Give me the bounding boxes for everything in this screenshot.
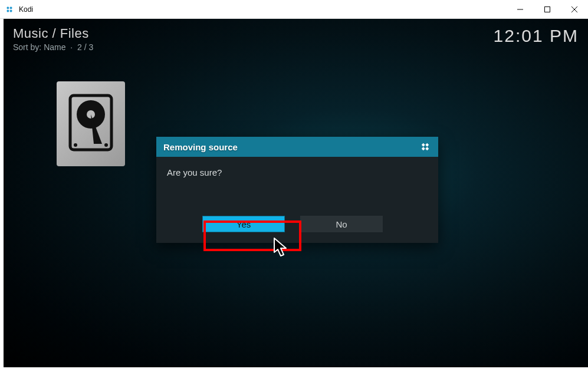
sort-separator: ·: [68, 42, 77, 52]
window-title: Kodi: [19, 5, 507, 14]
source-thumbnail: [57, 81, 125, 166]
dialog-header: Removing source: [156, 137, 438, 157]
dialog-button-row: Yes No: [156, 216, 438, 243]
harddrive-icon: [68, 93, 114, 154]
page-header: Music / Files Sort by: Name · 2 / 3: [13, 26, 93, 52]
kodi-app-icon: [5, 5, 14, 14]
dialog-message: Are you sure?: [167, 167, 428, 177]
item-count: 2 / 3: [77, 42, 93, 52]
sort-info: Sort by: Name · 2 / 3: [13, 42, 93, 52]
svg-rect-2: [9, 9, 12, 12]
sort-prefix: Sort by:: [13, 42, 44, 52]
maximize-button[interactable]: [534, 0, 561, 19]
close-button[interactable]: [561, 0, 588, 19]
dialog-title: Removing source: [163, 142, 238, 152]
svg-rect-0: [6, 6, 9, 9]
confirm-dialog: Removing source Are you sure? Yes No: [156, 137, 438, 243]
kodi-logo-icon: [419, 141, 431, 153]
sort-value: Name: [44, 42, 65, 52]
window-titlebar: Kodi: [0, 0, 588, 19]
svg-rect-16: [425, 147, 429, 150]
svg-point-13: [104, 143, 108, 147]
minimize-button[interactable]: [507, 0, 534, 19]
breadcrumb: Music / Files: [13, 26, 93, 41]
kodi-main-window: Music / Files Sort by: Name · 2 / 3 12:0…: [4, 19, 588, 367]
svg-rect-3: [6, 9, 9, 12]
svg-rect-17: [422, 147, 425, 150]
clock: 12:01 PM: [494, 26, 579, 46]
dialog-body: Are you sure?: [156, 157, 438, 216]
no-button[interactable]: No: [300, 216, 383, 232]
svg-rect-15: [425, 143, 429, 147]
svg-rect-14: [422, 143, 425, 147]
svg-rect-1: [9, 6, 12, 9]
svg-point-12: [74, 143, 77, 147]
yes-button[interactable]: Yes: [202, 216, 285, 232]
svg-rect-5: [545, 6, 550, 12]
window-controls: [507, 0, 588, 19]
